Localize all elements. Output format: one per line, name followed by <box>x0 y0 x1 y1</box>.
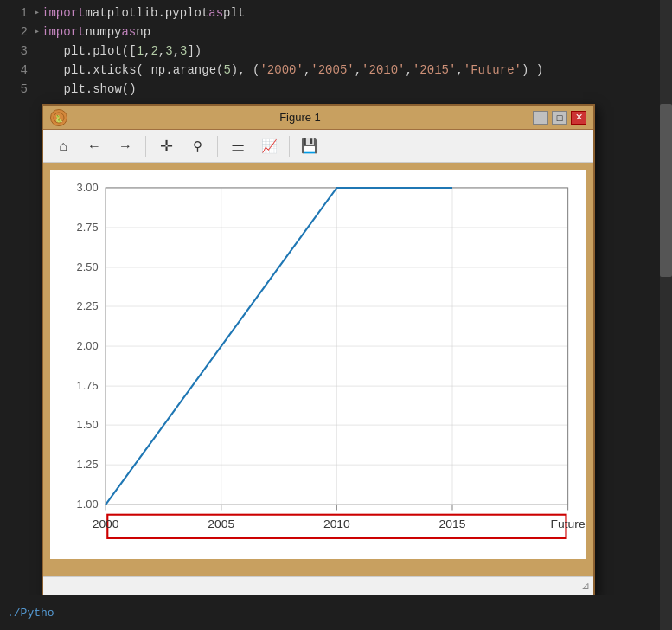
keyword-import-2: import <box>42 22 85 42</box>
code-line-2: ▸ import numpy as np <box>35 22 543 42</box>
svg-text:🐍: 🐍 <box>54 114 63 123</box>
str-2015: '2015' <box>413 61 456 80</box>
y-label-175: 1.75 <box>77 380 99 392</box>
toolbar-separator-1 <box>145 136 146 157</box>
alias-np: np <box>136 22 150 42</box>
y-label-250: 2.50 <box>77 261 99 273</box>
x-label-2005: 2005 <box>208 518 234 531</box>
back-button[interactable]: ← <box>81 134 107 158</box>
terminal-path: ./Pytho <box>7 607 54 620</box>
code-line-1: ▸ import matplotlib.pyplot as plt <box>35 3 543 22</box>
home-button[interactable]: ⌂ <box>50 134 76 158</box>
figure-toolbar: ⌂ ← → ✛ ⚲ ⚌ 📈 💾 <box>43 130 593 163</box>
code-plt-xticks: plt.xticks( np.arange( <box>35 61 223 80</box>
figure-statusbar: ⊿ <box>43 576 593 595</box>
toolbar-separator-2 <box>217 136 218 157</box>
code-line-4: plt.xticks( np.arange(5), ('2000', '2005… <box>35 61 543 80</box>
x-label-future: Future <box>551 518 586 531</box>
y-label-300: 3.00 <box>77 182 99 194</box>
save-button[interactable]: 💾 <box>297 134 323 158</box>
y-label-200: 2.00 <box>77 340 99 352</box>
code-line-5: plt.show() <box>35 80 543 99</box>
scrollbar-thumb[interactable] <box>660 104 672 277</box>
module-matplotlib: matplotlib.pyplot <box>85 3 208 22</box>
code-content: ▸ import matplotlib.pyplot as plt ▸ impo… <box>35 0 543 104</box>
line-numbers: 1 2 3 4 5 <box>0 0 35 104</box>
keyword-as-1: as <box>208 3 223 22</box>
right-scrollbar[interactable] <box>660 0 672 630</box>
figure-app-icon: 🐍 <box>50 109 67 126</box>
figure-titlebar: 🐍 Figure 1 — □ ✕ <box>43 106 593 130</box>
line-number-1: 1 <box>7 3 28 22</box>
maximize-button[interactable]: □ <box>552 111 567 125</box>
y-label-100: 1.00 <box>77 499 99 511</box>
num-2: 2 <box>150 42 157 61</box>
alias-plt: plt <box>223 3 245 22</box>
code-plt-show: plt.show() <box>35 80 137 99</box>
y-label-275: 2.75 <box>77 222 99 234</box>
keyword-as-2: as <box>121 22 136 42</box>
line-number-5: 5 <box>7 80 28 99</box>
line-number-3: 3 <box>7 42 28 61</box>
collapse-icon-2: ▸ <box>35 22 40 42</box>
x-label-2015: 2015 <box>439 518 466 531</box>
edit-axis-button[interactable]: 📈 <box>256 134 282 158</box>
num-3: 3 <box>165 42 172 61</box>
zoom-button[interactable]: ⚲ <box>184 134 210 158</box>
keyword-import-1: import <box>42 3 85 22</box>
str-future: 'Future' <box>464 61 522 80</box>
collapse-icon-1: ▸ <box>35 3 40 22</box>
resize-icon: ⊿ <box>581 580 590 593</box>
minimize-button[interactable]: — <box>533 111 548 125</box>
code-plt-plot: plt.plot([ <box>35 42 137 61</box>
configure-subplots-button[interactable]: ⚌ <box>225 134 251 158</box>
pan-button[interactable]: ✛ <box>153 134 179 158</box>
code-editor: 1 2 3 4 5 ▸ import matplotlib.pyplot as … <box>0 0 672 104</box>
num-4: 3 <box>180 42 187 61</box>
x-label-2010: 2010 <box>323 518 350 531</box>
str-2000: '2000' <box>259 61 303 80</box>
forward-button[interactable]: → <box>112 134 138 158</box>
module-numpy: numpy <box>85 22 121 42</box>
y-label-150: 1.50 <box>77 419 99 431</box>
str-2005: '2005' <box>310 61 354 80</box>
num-5: 5 <box>223 61 230 80</box>
num-1: 1 <box>137 42 144 61</box>
close-button[interactable]: ✕ <box>571 111 586 125</box>
str-2010: '2010' <box>362 61 405 80</box>
y-label-225: 2.25 <box>77 300 99 312</box>
y-label-125: 1.25 <box>77 459 99 471</box>
figure-title: Figure 1 <box>67 111 533 124</box>
line-number-4: 4 <box>7 61 28 80</box>
plot-container: 1.00 1.25 1.50 1.75 2.00 2.25 2.50 2.75 … <box>50 170 586 559</box>
x-label-2000: 2000 <box>93 518 119 531</box>
terminal-area: ./Pytho <box>0 595 672 630</box>
line-number-2: 2 <box>7 22 28 42</box>
window-controls: — □ ✕ <box>533 111 586 125</box>
code-line-3: plt.plot([1,2,3,3]) <box>35 42 543 61</box>
plot-svg: 1.00 1.25 1.50 1.75 2.00 2.25 2.50 2.75 … <box>50 170 586 559</box>
figure-window: 🐍 Figure 1 — □ ✕ ⌂ ← → ✛ ⚲ ⚌ 📈 💾 <box>42 104 595 597</box>
toolbar-separator-3 <box>289 136 290 157</box>
